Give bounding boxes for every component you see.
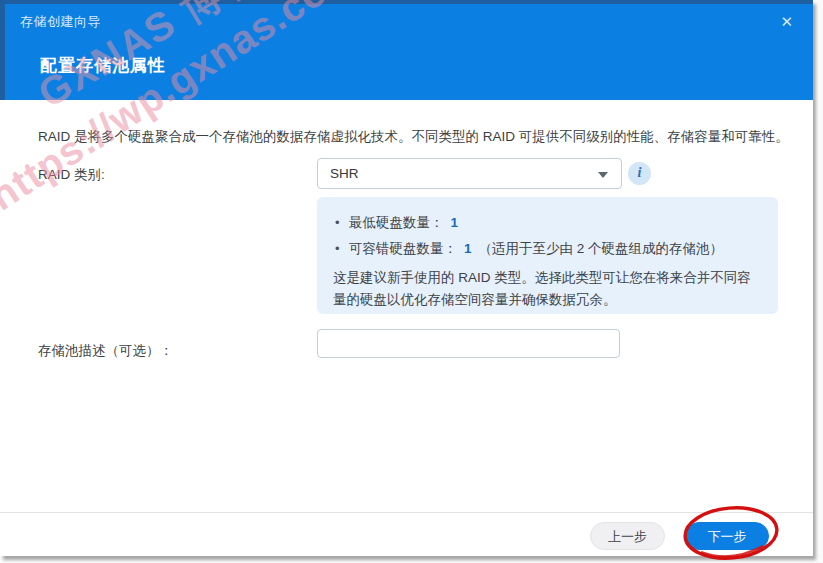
storage-wizard-dialog: 存储创建向导 ✕ 配置存储池属性 RAID 是将多个硬盘聚合成一个存储池的数据存… xyxy=(0,0,813,556)
fault-tolerance-suffix: （适用于至少由 2 个硬盘组成的存储池） xyxy=(479,241,724,256)
raid-type-dropdown[interactable]: SHR xyxy=(317,158,622,189)
dialog-header: 存储创建向导 ✕ 配置存储池属性 xyxy=(0,0,813,100)
window-title: 存储创建向导 xyxy=(20,13,101,31)
list-item: 可容错硬盘数量：1（适用于至少由 2 个硬盘组成的存储池） xyxy=(333,236,762,262)
raid-type-selected-value: SHR xyxy=(330,166,359,181)
info-icon[interactable]: i xyxy=(628,162,651,185)
fault-tolerance-label: 可容错硬盘数量： xyxy=(349,241,457,256)
list-item: 最低硬盘数量：1 xyxy=(333,210,762,236)
chevron-down-icon xyxy=(598,172,608,178)
footer-divider xyxy=(0,512,813,513)
min-disk-label: 最低硬盘数量： xyxy=(349,215,444,230)
back-button[interactable]: 上一步 xyxy=(590,522,665,550)
pool-description-label: 存储池描述（可选）： xyxy=(38,342,173,360)
min-disk-value: 1 xyxy=(451,215,459,230)
raid-recommendation-note: 这是建议新手使用的 RAID 类型。选择此类型可让您在将来合并不同容量的硬盘以优… xyxy=(333,267,762,311)
raid-type-label: RAID 类别: xyxy=(38,166,105,184)
next-button[interactable]: 下一步 xyxy=(685,522,769,550)
close-icon[interactable]: ✕ xyxy=(780,12,793,32)
page-title: 配置存储池属性 xyxy=(40,54,166,77)
raid-intro-text: RAID 是将多个硬盘聚合成一个存储池的数据存储虚拟化技术。不同类型的 RAID… xyxy=(38,127,798,147)
raid-info-panel: 最低硬盘数量：1 可容错硬盘数量：1（适用于至少由 2 个硬盘组成的存储池） 这… xyxy=(317,197,778,314)
fault-tolerance-value: 1 xyxy=(464,241,472,256)
raid-info-list: 最低硬盘数量：1 可容错硬盘数量：1（适用于至少由 2 个硬盘组成的存储池） xyxy=(333,210,762,262)
pool-description-input[interactable] xyxy=(317,329,620,358)
